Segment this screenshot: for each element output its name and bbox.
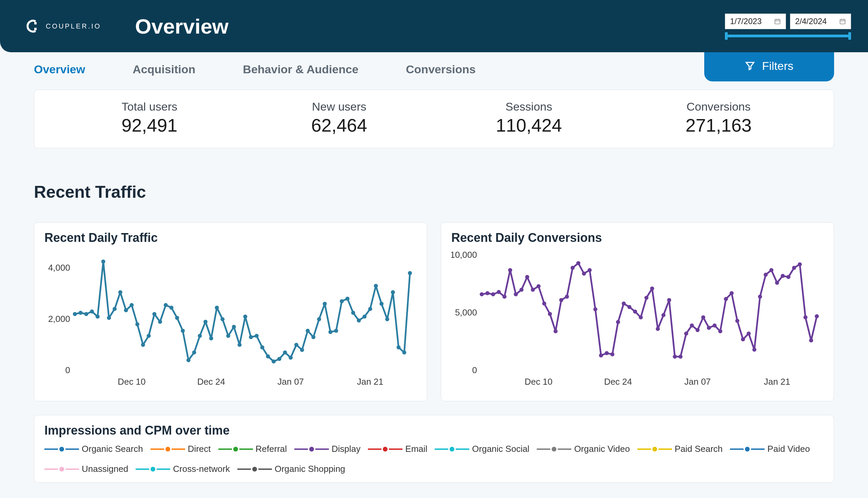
legend-item[interactable]: Unassigned bbox=[44, 464, 128, 474]
legend-item[interactable]: Direct bbox=[150, 444, 211, 454]
legend-label: Cross-network bbox=[173, 464, 230, 474]
svg-point-122 bbox=[730, 291, 734, 295]
svg-point-112 bbox=[673, 354, 677, 358]
svg-point-34 bbox=[203, 319, 208, 324]
svg-point-90 bbox=[548, 312, 552, 316]
date-start-input[interactable]: 1/7/2023 bbox=[725, 14, 786, 29]
calendar-icon bbox=[774, 18, 781, 25]
svg-point-44 bbox=[261, 345, 265, 350]
legend: Organic SearchDirectReferralDisplayEmail… bbox=[44, 444, 824, 474]
svg-point-92 bbox=[559, 298, 563, 302]
svg-point-123 bbox=[735, 319, 739, 323]
filter-icon bbox=[745, 61, 755, 71]
svg-point-55 bbox=[323, 302, 327, 306]
legend-label: Paid Video bbox=[767, 444, 810, 454]
svg-point-33 bbox=[198, 334, 202, 338]
svg-point-22 bbox=[135, 322, 139, 326]
svg-point-85 bbox=[519, 288, 523, 292]
legend-label: Unassigned bbox=[82, 464, 128, 474]
svg-point-125 bbox=[747, 331, 751, 336]
svg-point-106 bbox=[639, 315, 643, 319]
legend-item[interactable]: Display bbox=[294, 444, 360, 454]
svg-point-134 bbox=[798, 262, 802, 266]
svg-point-43 bbox=[255, 334, 259, 338]
kpi-label: New users bbox=[244, 100, 434, 113]
legend-item[interactable]: Organic Social bbox=[435, 444, 529, 454]
svg-point-87 bbox=[531, 288, 535, 292]
legend-label: Organic Shopping bbox=[275, 464, 345, 474]
svg-text:Jan 07: Jan 07 bbox=[684, 377, 711, 387]
kpi-value: 62,464 bbox=[244, 115, 434, 136]
svg-point-115 bbox=[690, 323, 694, 327]
svg-point-37 bbox=[221, 317, 225, 321]
svg-point-46 bbox=[271, 359, 276, 364]
svg-text:10,000: 10,000 bbox=[451, 250, 477, 260]
tab-behavior-audience[interactable]: Behavior & Audience bbox=[243, 56, 358, 83]
svg-point-25 bbox=[152, 312, 156, 316]
date-end-input[interactable]: 2/4/2024 bbox=[790, 14, 851, 29]
svg-point-28 bbox=[170, 306, 174, 310]
svg-point-131 bbox=[781, 274, 785, 278]
legend-item[interactable]: Paid Video bbox=[730, 444, 810, 454]
filters-button[interactable]: Filters bbox=[704, 51, 834, 81]
svg-point-11 bbox=[73, 312, 77, 316]
legend-item[interactable]: Cross-network bbox=[136, 464, 230, 474]
kpi-label: Conversions bbox=[624, 100, 814, 113]
chart-card-impressions: Impressions and CPM over time Organic Se… bbox=[34, 415, 834, 483]
date-range-slider[interactable] bbox=[725, 35, 851, 37]
svg-point-79 bbox=[485, 291, 490, 295]
chart-title: Recent Daily Conversions bbox=[451, 231, 824, 245]
svg-text:0: 0 bbox=[65, 365, 70, 375]
svg-point-127 bbox=[758, 294, 762, 299]
svg-point-52 bbox=[306, 329, 310, 333]
filters-label: Filters bbox=[762, 60, 793, 73]
chart-traffic: 02,0004,000Dec 10Dec 24Jan 07Jan 21 bbox=[44, 248, 417, 391]
legend-label: Display bbox=[332, 444, 360, 454]
legend-item[interactable]: Organic Video bbox=[537, 444, 630, 454]
svg-point-39 bbox=[232, 325, 236, 329]
svg-point-99 bbox=[599, 353, 603, 357]
svg-point-13 bbox=[84, 312, 88, 316]
svg-point-24 bbox=[147, 334, 151, 338]
svg-text:2,000: 2,000 bbox=[48, 314, 70, 324]
tab-overview[interactable]: Overview bbox=[34, 56, 85, 83]
legend-label: Paid Search bbox=[675, 444, 723, 454]
svg-point-126 bbox=[752, 348, 757, 352]
legend-item[interactable]: Email bbox=[368, 444, 427, 454]
date-range-picker[interactable]: 1/7/2023 2/4/2024 bbox=[725, 14, 851, 37]
svg-point-110 bbox=[662, 313, 666, 317]
svg-point-130 bbox=[775, 281, 779, 285]
tabs-bar: Overview Acquisition Behavior & Audience… bbox=[0, 52, 868, 86]
legend-label: Organic Search bbox=[82, 444, 143, 454]
kpi-new-users: New users 62,464 bbox=[244, 100, 434, 136]
svg-point-114 bbox=[684, 331, 688, 336]
svg-point-12 bbox=[79, 311, 83, 315]
svg-point-91 bbox=[554, 329, 558, 333]
tab-acquisition[interactable]: Acquisition bbox=[133, 56, 195, 83]
svg-point-86 bbox=[525, 275, 529, 279]
svg-point-124 bbox=[741, 337, 745, 341]
svg-point-15 bbox=[96, 314, 100, 318]
svg-point-60 bbox=[351, 311, 355, 315]
svg-point-100 bbox=[604, 351, 609, 355]
svg-point-132 bbox=[786, 275, 790, 279]
svg-point-16 bbox=[102, 260, 105, 264]
tab-conversions[interactable]: Conversions bbox=[406, 56, 476, 83]
legend-item[interactable]: Organic Shopping bbox=[237, 464, 345, 474]
svg-point-49 bbox=[289, 355, 293, 359]
svg-point-135 bbox=[804, 315, 807, 319]
svg-point-98 bbox=[593, 307, 598, 311]
svg-text:Jan 21: Jan 21 bbox=[357, 377, 384, 387]
svg-point-23 bbox=[141, 343, 145, 347]
svg-text:Dec 24: Dec 24 bbox=[604, 377, 632, 387]
svg-text:Jan 21: Jan 21 bbox=[764, 377, 790, 387]
svg-point-40 bbox=[238, 343, 242, 347]
kpi-value: 110,424 bbox=[434, 115, 624, 136]
svg-point-94 bbox=[571, 266, 575, 270]
legend-item[interactable]: Paid Search bbox=[638, 444, 723, 454]
svg-point-41 bbox=[243, 314, 247, 318]
legend-item[interactable]: Referral bbox=[218, 444, 287, 454]
legend-label: Organic Video bbox=[574, 444, 630, 454]
legend-item[interactable]: Organic Search bbox=[44, 444, 143, 454]
svg-rect-1 bbox=[34, 28, 37, 30]
